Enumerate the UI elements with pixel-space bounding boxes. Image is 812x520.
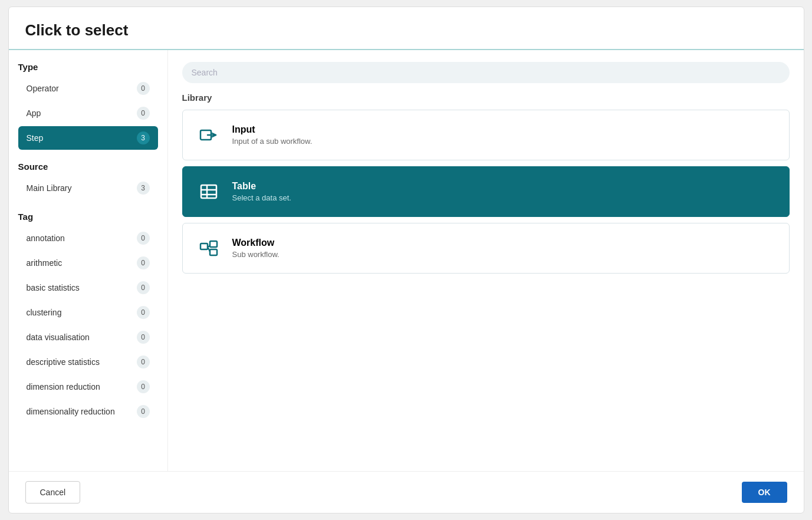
library-item-title: Input	[232, 124, 313, 135]
ok-button[interactable]: OK	[742, 482, 787, 503]
source-section: Source Main Library3	[18, 162, 158, 200]
search-input[interactable]	[182, 62, 790, 83]
library-items-list: Input Input of a sub workflow. Table Sel…	[182, 110, 790, 274]
sidebar-tag-item-data-visualisation[interactable]: data visualisation0	[18, 325, 158, 349]
sidebar-item-label: Operator	[27, 84, 59, 93]
cancel-button[interactable]: Cancel	[25, 481, 81, 503]
library-item-text: Table Select a data set.	[232, 181, 291, 202]
svg-rect-6	[210, 241, 217, 247]
sidebar-item-badge: 0	[137, 331, 150, 344]
sidebar-item-badge: 0	[137, 405, 150, 418]
sidebar-item-label: dimensionality reduction	[27, 407, 115, 416]
dialog-title: Click to select	[25, 21, 787, 40]
sidebar-item-label: descriptive statistics	[27, 357, 100, 367]
svg-rect-7	[210, 249, 217, 255]
library-item-description: Input of a sub workflow.	[232, 137, 313, 146]
main-content: Library Input Input of a sub workflow. T…	[168, 50, 804, 471]
sidebar-tag-item-annotation[interactable]: annotation0	[18, 226, 158, 250]
sidebar-item-label: basic statistics	[27, 283, 80, 292]
sidebar-item-label: dimension reduction	[27, 382, 100, 391]
sidebar-item-label: data visualisation	[27, 333, 90, 342]
svg-rect-5	[200, 243, 208, 249]
tag-items: annotation0arithmetic0basic statistics0c…	[18, 226, 158, 423]
sidebar-item-badge: 0	[137, 107, 150, 120]
sidebar-item-badge: 0	[137, 256, 150, 269]
source-items: Main Library3	[18, 176, 158, 200]
library-item-input[interactable]: Input Input of a sub workflow.	[182, 110, 790, 160]
sidebar-item-badge: 3	[137, 182, 150, 195]
sidebar-item-badge: 0	[137, 232, 150, 245]
sidebar-item-badge: 0	[137, 82, 150, 95]
sidebar-item-badge: 0	[137, 380, 150, 393]
dialog-header: Click to select	[9, 7, 804, 50]
source-section-title: Source	[18, 162, 158, 172]
sidebar-type-item-step[interactable]: Step3	[18, 126, 158, 150]
sidebar-source-item-main-library[interactable]: Main Library3	[18, 176, 158, 200]
library-label: Library	[182, 93, 790, 103]
dialog-footer: Cancel OK	[9, 471, 804, 513]
type-section: Operator0App0Step3	[18, 77, 158, 150]
sidebar-tag-item-dimension-reduction[interactable]: dimension reduction0	[18, 375, 158, 399]
sidebar-item-badge: 0	[137, 281, 150, 294]
library-item-table[interactable]: Table Select a data set.	[182, 166, 790, 217]
sidebar-tag-item-clustering[interactable]: clustering0	[18, 301, 158, 324]
sidebar-tag-item-dimensionality-reduction[interactable]: dimensionality reduction0	[18, 400, 158, 423]
library-item-text: Input Input of a sub workflow.	[232, 124, 313, 146]
dialog-body: Type Operator0App0Step3 Source Main Libr…	[9, 50, 804, 471]
table-icon	[196, 179, 222, 205]
input-icon	[196, 122, 222, 148]
workflow-icon	[196, 235, 222, 261]
sidebar-item-badge: 3	[137, 131, 150, 144]
sidebar-item-label: App	[27, 108, 41, 118]
library-item-description: Sub workflow.	[232, 250, 280, 259]
library-item-title: Workflow	[232, 238, 280, 248]
sidebar-item-label: Step	[27, 133, 44, 143]
sidebar-item-label: clustering	[27, 308, 62, 317]
sidebar: Type Operator0App0Step3 Source Main Libr…	[9, 50, 168, 471]
sidebar-tag-item-arithmetic[interactable]: arithmetic0	[18, 251, 158, 275]
sidebar-tag-item-descriptive-statistics[interactable]: descriptive statistics0	[18, 350, 158, 374]
tag-section-title: Tag	[18, 212, 158, 222]
sidebar-item-label: Main Library	[27, 183, 72, 193]
sidebar-item-badge: 0	[137, 306, 150, 319]
click-to-select-dialog: Click to select Type Operator0App0Step3 …	[8, 6, 804, 514]
sidebar-item-label: annotation	[27, 233, 65, 243]
sidebar-type-item-app[interactable]: App0	[18, 101, 158, 125]
sidebar-type-item-operator[interactable]: Operator0	[18, 77, 158, 100]
library-item-text: Workflow Sub workflow.	[232, 238, 280, 259]
library-item-title: Table	[232, 181, 291, 192]
type-section-title: Type	[18, 62, 158, 72]
library-item-description: Select a data set.	[232, 193, 291, 202]
sidebar-item-badge: 0	[137, 356, 150, 368]
sidebar-item-label: arithmetic	[27, 258, 63, 268]
sidebar-tag-item-basic-statistics[interactable]: basic statistics0	[18, 276, 158, 300]
library-item-workflow[interactable]: Workflow Sub workflow.	[182, 223, 790, 274]
svg-rect-1	[201, 185, 216, 198]
tag-section: Tag annotation0arithmetic0basic statisti…	[18, 212, 158, 423]
